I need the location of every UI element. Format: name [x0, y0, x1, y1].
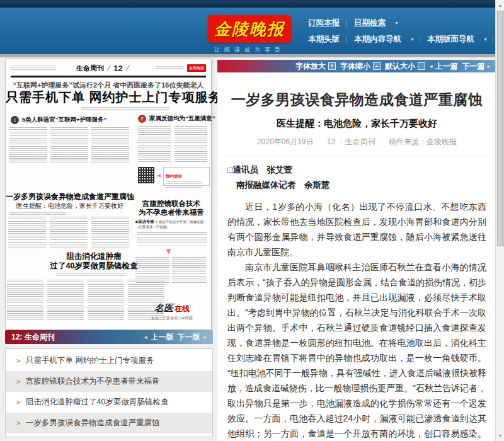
newsprint-date-line — [156, 66, 183, 70]
newsprint-column — [7, 280, 43, 320]
article-body: 近日，1岁多的小海（化名）出现了不停流口水、不想吃东西的情况，家长带他去当地医院… — [227, 199, 486, 441]
article-list-item[interactable]: ＞ 阻击消化道肿瘤过了40岁要做胃肠镜检查 — [6, 392, 212, 413]
newsprint-column — [138, 126, 171, 163]
newsprint-byline — [81, 107, 169, 110]
newsprint-column — [50, 217, 88, 249]
paper-story2-subtitle: 医生提醒：电池危险，家长千万要收好 — [6, 202, 134, 210]
font-larger-button[interactable]: 字体放大 + — [295, 61, 336, 72]
next-page-link[interactable]: 下一版 — [177, 332, 200, 343]
logo-tagline: 让阅读成为享受 — [214, 46, 285, 54]
paper-section-1: 1 5类人群适宜“互联网+护理服务” — [11, 116, 106, 124]
newsprint-column — [88, 280, 124, 320]
header-divider — [0, 54, 504, 57]
chevron-down-icon: ▼ — [410, 37, 415, 42]
paper-mini-logo: 金陵晚报 — [187, 64, 206, 72]
scroll-down-button[interactable]: ▼ — [496, 431, 504, 440]
article-paragraph: 近日，1岁多的小海（化名）出现了不停流口水、不想吃东西的情况，家长带他去当地医院… — [227, 199, 486, 260]
newspaper-page-image[interactable]: 生命周刊 / 12 / 金陵晚报 “互联网+护理服务”试运行2个月 省中西医服务… — [5, 59, 212, 329]
nav-date-search[interactable]: 日期检索 — [347, 18, 392, 28]
paper-page-number: 12 — [113, 64, 122, 73]
paper-section-2: 2 家属反馈均为“五星满意” — [138, 115, 215, 123]
font-smaller-button[interactable]: 字体缩小 − — [340, 61, 381, 72]
arrow-left-icon: ◂ — [430, 63, 433, 69]
masthead: 金陵晚报 让阅读成为享受 订阅本报 日期检索 ▼ 本期头版 本期内容导航 ▼ — [0, 8, 504, 54]
nav-content-guide[interactable]: 本期内容导航 — [347, 34, 408, 45]
newsprint-contact-line — [11, 66, 56, 71]
article-paragraph: 南京市儿童医院耳鼻咽喉科主治医师石秋兰在查看小海的情况后表示，“孩子吞入的异物是… — [227, 260, 486, 441]
newsprint-column — [50, 127, 88, 164]
nav-front-page[interactable]: 本期头版 — [301, 34, 346, 45]
slash-icon: / — [125, 64, 130, 72]
arrow-right-icon: ▸ — [487, 63, 490, 69]
nav-subscribe[interactable]: 订阅本报 — [301, 18, 346, 28]
nav-layout-guide[interactable]: 本期版面导航 — [420, 34, 481, 45]
newsprint-column — [135, 257, 169, 284]
newsprint-column — [47, 280, 84, 320]
article-date: 2020年06月19日 — [257, 137, 313, 146]
triangle-down-icon: ▼ — [164, 247, 173, 255]
newsprint-byline — [56, 273, 125, 276]
slash-icon: / — [106, 64, 112, 72]
plus-box-icon: + — [328, 62, 336, 70]
minus-box-icon: − — [373, 62, 381, 70]
newsprint-box — [137, 232, 207, 246]
chevron-down-icon: ▼ — [483, 37, 488, 42]
article-list-item[interactable]: ＞ 宫腹腔镜联合技术为不孕患者带来福音 — [6, 371, 212, 392]
chevron-right-icon: ＞ — [15, 418, 22, 428]
article-list-item[interactable]: ＞ 只需手机下单 网约护士上门专项服务 — [6, 350, 212, 371]
page-nav-bar: 12: 生命周刊 ◂ 上一版 下一版 ▸ — [5, 330, 213, 344]
article-meta: 2020年06月19日 12 ：生命周刊 稿件来源：金陵晚报 — [227, 137, 486, 147]
arrow-right-icon: ▸ — [203, 334, 207, 340]
next-article-button[interactable]: 下一篇 ▸ — [462, 61, 490, 72]
newsprint-column — [91, 217, 129, 249]
logo-text: 金陵晚报 — [214, 18, 285, 40]
newsprint-column — [172, 257, 206, 284]
newsprint-line — [166, 181, 202, 189]
article-subtitle: 医生提醒：电池危险，家长千万要收好 — [227, 118, 486, 130]
newspaper-logo[interactable]: 金陵晚报 — [208, 15, 291, 43]
newsprint-column — [9, 127, 47, 164]
numbered-badge-icon: 1 — [11, 116, 19, 124]
chevron-right-icon: ＞ — [15, 356, 22, 365]
paper-story3-title: 宫腹腔镜联合技术 为不孕患者带来福音 — [135, 199, 207, 217]
page: 金陵晚报 让阅读成为享受 订阅本报 日期检索 ▼ 本期头版 本期内容导航 ▼ — [0, 0, 504, 441]
numbered-badge-icon: 2 — [138, 115, 146, 123]
masthead-nav: 订阅本报 日期检索 ▼ 本期头版 本期内容导航 ▼ 本期版面导航 ▼ 收藏 — [301, 15, 504, 54]
article-list-item[interactable]: ＞ 一岁多男孩误食异物造成食道严重腐蚀 — [6, 413, 212, 433]
article-source: 稿件来源：金陵晚报 — [389, 137, 457, 146]
newsprint-byline — [9, 212, 66, 215]
article-title: 一岁多男孩误食异物造成食道严重腐蚀 — [227, 90, 486, 110]
paper-headline: 只需手机下单 网约护士上门专项服务 — [6, 89, 211, 106]
top-navy-bar — [0, 0, 504, 8]
arrow-left-icon: ◂ — [144, 334, 147, 340]
newsprint-column — [175, 126, 207, 163]
booking-info-box: 预约途径 — [163, 167, 210, 186]
triangle-left-icon: ◀ — [157, 173, 161, 178]
paper-section-label: 生命周刊 — [76, 64, 104, 73]
article-byline-1: □通讯员 张艾萱 — [227, 163, 486, 178]
chevron-down-icon: ▼ — [394, 21, 399, 25]
article-panel: 一岁多男孩误食异物造成食道严重腐蚀 医生提醒：电池危险，家长千万要收好 2020… — [217, 72, 495, 441]
scrollbar-thumb[interactable] — [497, 11, 504, 246]
article-list: ＞ 只需手机下单 网约护士上门专项服务 ＞ 宫腹腔镜联合技术为不孕患者带来福音 … — [5, 348, 213, 437]
paper-rule — [11, 76, 206, 77]
article-page-ref: 12 ：生命周刊 — [327, 137, 375, 146]
current-page-label: 12: 生命周刊 — [11, 332, 55, 343]
box-icon — [418, 62, 425, 70]
qr-code — [138, 167, 154, 183]
font-default-button[interactable]: 默认大小 — [385, 61, 425, 72]
prev-page-link[interactable]: 上一版 — [151, 332, 173, 343]
newsprint-column — [8, 217, 46, 249]
paper-story3-expert: ■采访专家：南京中医药大学第二附属医院（江苏省第二中医院） — [135, 219, 207, 229]
newsprint-column — [91, 127, 129, 164]
scroll-up-button[interactable]: ▲ — [496, 1, 504, 10]
article-toolbar: 字体放大 + 字体缩小 − 默认大小 ◂ 上一篇 下一篇 ▸ — [217, 60, 495, 72]
scroll-up-icon: ▲ — [498, 3, 503, 8]
meta-divider — [227, 156, 486, 156]
prev-article-button[interactable]: ◂ 上一篇 — [430, 61, 458, 72]
scroll-down-icon: ▼ — [498, 433, 503, 438]
vertical-scrollbar[interactable]: ▲ ▼ — [495, 0, 504, 441]
paper-story2-title: 一岁多男孩误食异物造成食道严重腐蚀 — [6, 192, 134, 202]
chevron-right-icon: ＞ — [15, 398, 22, 407]
clinic-brand: 名医在线 主办：江苏省第二中医院 — [137, 302, 207, 321]
